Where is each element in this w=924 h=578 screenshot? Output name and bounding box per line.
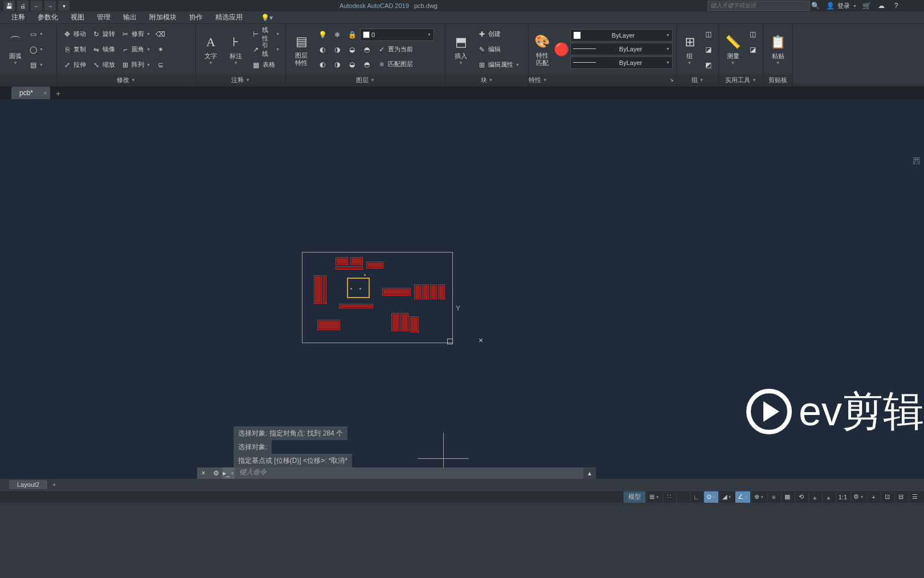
rectangle-button[interactable]: ▭▼: [30, 27, 43, 41]
command-input[interactable]: 键入命令: [235, 467, 583, 479]
dimension-button[interactable]: ⊦ 标注▼: [224, 27, 247, 72]
rotate-button[interactable]: ↻旋转: [89, 27, 117, 41]
copy-button[interactable]: ⎘复制: [60, 43, 88, 56]
sb-iso-button[interactable]: ◢▼: [719, 491, 734, 503]
layer-selector[interactable]: 0▼: [360, 29, 434, 41]
util-tool2[interactable]: ◪: [746, 43, 759, 56]
insert-button[interactable]: ⬒ 插入▼: [449, 27, 473, 72]
scale-button[interactable]: ⤡缩放: [89, 58, 117, 72]
sb-model-button[interactable]: 模型: [623, 491, 645, 503]
cmd-prompt-icon[interactable]: ▸_▼: [222, 467, 235, 479]
sb-snap-button[interactable]: ∷: [663, 491, 675, 503]
login-button[interactable]: 👤 登录 ▼: [825, 1, 857, 11]
tab-annotate[interactable]: 注释: [6, 11, 31, 23]
match-layer-button[interactable]: ≡匹配图层: [375, 58, 415, 71]
sb-transparency-button[interactable]: ▦: [781, 491, 794, 503]
hatch-button[interactable]: ▤▼: [30, 58, 43, 72]
cmd-expand-button[interactable]: ▴: [583, 467, 596, 479]
layer-tool9[interactable]: ◑: [330, 58, 344, 71]
qat-redo-icon[interactable]: →: [44, 1, 56, 11]
ellipse-button[interactable]: ◯▼: [30, 43, 43, 56]
layer-tool2[interactable]: ❄: [330, 28, 344, 42]
layer-tool8[interactable]: ◐: [316, 58, 329, 71]
linetype-selector[interactable]: ByLayer▼: [570, 56, 673, 69]
sb-cycling-button[interactable]: ⟲: [795, 491, 807, 503]
layout-add-button[interactable]: +: [48, 481, 60, 488]
sb-osnap-button[interactable]: ∠▼: [735, 491, 750, 503]
viewcube-face[interactable]: 西: [913, 156, 921, 166]
paste-button[interactable]: 📋 粘贴▼: [767, 27, 789, 72]
qat-dropdown-icon[interactable]: ▾: [58, 1, 69, 11]
help-icon[interactable]: ?: [891, 1, 901, 11]
tab-output[interactable]: 输出: [117, 11, 142, 23]
color-selector[interactable]: ByLayer▼: [570, 29, 673, 42]
make-current-button[interactable]: ✓置为当前: [375, 43, 415, 56]
group-tool1[interactable]: ◫: [701, 27, 715, 41]
sb-workspace-button[interactable]: ⚙▼: [851, 491, 866, 503]
arc-button[interactable]: ⌒ 圆弧 ▼: [3, 27, 27, 72]
layer-tool4[interactable]: ◐: [316, 43, 329, 56]
layout-tab-active[interactable]: Layout2: [9, 480, 47, 489]
move-button[interactable]: ✥移动: [60, 27, 88, 41]
sb-annoscale-button[interactable]: ⟁: [808, 491, 821, 503]
sb-lineweight-button[interactable]: ≡: [767, 491, 780, 503]
group-tool3[interactable]: ◩: [701, 58, 715, 72]
mirror-button[interactable]: ⇋镜像: [89, 43, 117, 56]
fillet-button[interactable]: ⌐圆角▼: [118, 43, 153, 56]
explode-button[interactable]: ✶: [154, 43, 167, 56]
tab-view[interactable]: 视图: [65, 11, 90, 23]
layer-tool6[interactable]: ◒: [345, 43, 359, 56]
offset-button[interactable]: ⊆: [154, 58, 167, 72]
erase-button[interactable]: ⌫: [154, 27, 167, 41]
qat-save-icon[interactable]: 💾: [3, 1, 15, 11]
lineweight-selector[interactable]: ByLayer▼: [570, 43, 673, 55]
sb-otrack-button[interactable]: ⊕▼: [751, 491, 766, 503]
search-icon[interactable]: 🔍: [810, 1, 820, 11]
tab-manage[interactable]: 管理: [91, 11, 116, 23]
block-attr-button[interactable]: ⊞编辑属性▼: [475, 58, 522, 72]
tab-parametric[interactable]: 参数化: [32, 11, 64, 23]
text-button[interactable]: A 文字▼: [199, 27, 222, 72]
layer-tool3[interactable]: 🔒: [345, 28, 359, 42]
tab-collaborate[interactable]: 协作: [183, 11, 208, 23]
match-properties-button[interactable]: 🎨 特性 匹配: [532, 27, 552, 72]
group-tool2[interactable]: ◪: [701, 43, 715, 56]
sb-customize-button[interactable]: ☰: [908, 491, 921, 503]
sb-annoauto-button[interactable]: ⟁: [822, 491, 835, 503]
sb-annomonitor-button[interactable]: +: [867, 491, 880, 503]
measure-button[interactable]: 📏 测量▼: [722, 27, 743, 72]
tab-featured[interactable]: 精选应用: [210, 11, 248, 23]
close-tab-icon[interactable]: ×: [43, 90, 47, 96]
block-edit-button[interactable]: ✎编辑: [475, 43, 503, 56]
qat-undo-icon[interactable]: ←: [31, 1, 42, 11]
layer-tool10[interactable]: ◒: [345, 58, 359, 71]
sb-polar-button[interactable]: ⊙▼: [704, 491, 718, 503]
qat-print-icon[interactable]: 🖨: [17, 1, 28, 11]
sb-units-button[interactable]: ⊡: [881, 491, 893, 503]
table-button[interactable]: ▦表格: [250, 58, 277, 72]
drawing-canvas[interactable]: 西 Y × 选: [0, 99, 924, 479]
layer-properties-button[interactable]: ▤ 图层 特性: [289, 27, 313, 72]
layer-tool11[interactable]: ◓: [360, 58, 374, 71]
exchange-icon[interactable]: 🛒: [861, 1, 872, 11]
a360-icon[interactable]: ☁: [876, 1, 886, 11]
cmd-customize-button[interactable]: ⚙: [210, 467, 222, 479]
color-wheel-button[interactable]: 🔴: [554, 27, 568, 72]
group-button[interactable]: ⊞ 组▼: [680, 27, 699, 72]
trim-button[interactable]: ✂修剪▼: [118, 27, 153, 41]
layer-tool5[interactable]: ◑: [330, 43, 344, 56]
cmd-close-button[interactable]: ×: [197, 467, 210, 479]
stretch-button[interactable]: ⤢拉伸: [60, 58, 88, 72]
quickinfo-icon[interactable]: 💡▾: [261, 14, 273, 22]
block-create-button[interactable]: ✚创建: [475, 27, 503, 41]
util-tool1[interactable]: ◫: [746, 27, 759, 41]
layer-tool7[interactable]: ◓: [360, 43, 374, 56]
linear-button[interactable]: ⊢线性▼: [250, 27, 282, 41]
layer-tool1[interactable]: 💡: [316, 28, 329, 42]
sb-scale-button[interactable]: 1:1: [836, 491, 849, 503]
leader-button[interactable]: ↗引线▼: [250, 43, 282, 56]
document-tab-active[interactable]: pcb* ×: [11, 87, 50, 99]
sb-grid-button[interactable]: ⊞▼: [647, 491, 661, 503]
tab-addins[interactable]: 附加模块: [144, 11, 182, 23]
sb-ortho-button[interactable]: ∟: [690, 491, 702, 503]
